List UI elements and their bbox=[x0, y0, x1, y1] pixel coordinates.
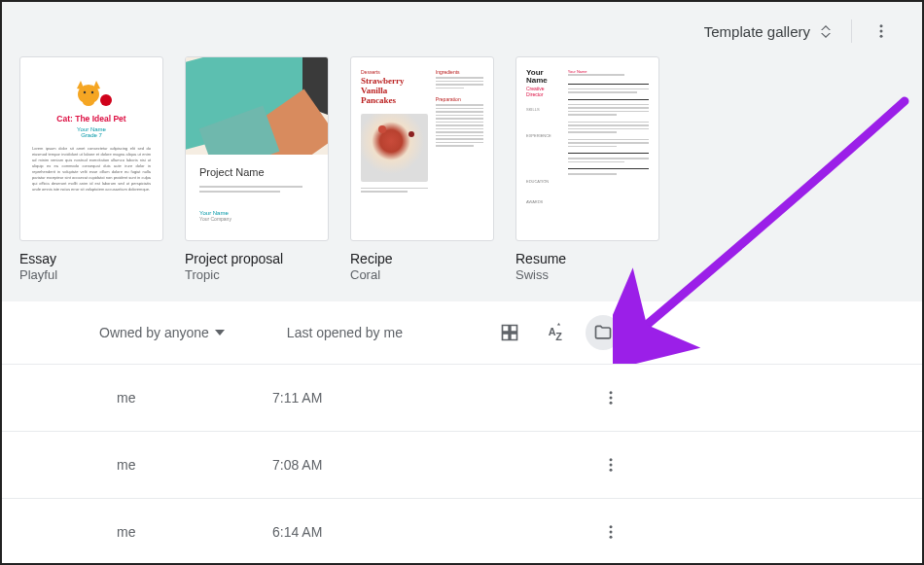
svg-point-14 bbox=[610, 464, 613, 467]
template-name: Project proposal bbox=[185, 251, 331, 266]
template-recipe[interactable]: Desserts Strawberry Vanilla Pancakes Ing… bbox=[350, 56, 496, 282]
thumb-title: Strawberry Vanilla Pancakes bbox=[361, 77, 428, 106]
svg-point-0 bbox=[880, 24, 883, 27]
svg-point-18 bbox=[610, 536, 613, 539]
template-thumbnail: Your Name Creative Director Skills Exper… bbox=[515, 56, 659, 241]
template-name: Resume bbox=[515, 251, 661, 266]
thumb-company: Your Company bbox=[199, 216, 314, 222]
thumb-heading: Ingredients bbox=[436, 69, 483, 75]
thumb-role: Creative Director bbox=[526, 86, 560, 97]
template-gallery-section: Template gallery bbox=[2, 2, 922, 301]
more-vert-icon bbox=[602, 523, 620, 541]
more-vert-icon bbox=[602, 456, 620, 474]
template-thumbnail: Desserts Strawberry Vanilla Pancakes Ing… bbox=[350, 56, 494, 241]
thumb-category: Desserts bbox=[361, 69, 428, 75]
doc-owner: me bbox=[117, 390, 272, 406]
folder-icon bbox=[593, 323, 613, 342]
svg-point-4 bbox=[83, 98, 94, 106]
unfold-icon bbox=[820, 25, 832, 38]
gallery-more-button[interactable] bbox=[864, 14, 899, 49]
template-gallery-button[interactable]: Template gallery bbox=[696, 18, 839, 46]
doc-owner: me bbox=[117, 524, 272, 540]
thumb-title: Project Name bbox=[199, 166, 314, 178]
template-subtitle: Swiss bbox=[515, 267, 661, 282]
doc-more-button[interactable] bbox=[593, 514, 628, 549]
template-subtitle: Playful bbox=[19, 267, 165, 282]
svg-point-17 bbox=[610, 531, 613, 534]
thumb-section: Awards bbox=[526, 199, 560, 204]
open-file-picker-button[interactable] bbox=[586, 315, 621, 350]
view-controls: AZ bbox=[492, 315, 903, 350]
doc-time: 6:14 AM bbox=[272, 524, 535, 540]
svg-point-5 bbox=[100, 94, 112, 106]
grid-icon bbox=[500, 323, 519, 342]
template-gallery-label: Template gallery bbox=[704, 23, 810, 40]
template-thumbnail: Project Name Your Name Your Company bbox=[185, 56, 329, 241]
thumb-heading: Preparation bbox=[436, 96, 483, 102]
sort-az-button[interactable]: AZ bbox=[539, 315, 574, 350]
grid-view-button[interactable] bbox=[492, 315, 527, 350]
svg-text:Z: Z bbox=[555, 331, 562, 342]
templates-list: Cat: The Ideal Pet Your Name Grade 7 Lor… bbox=[2, 56, 922, 282]
owner-filter-label: Owned by anyone bbox=[99, 325, 209, 340]
svg-point-12 bbox=[610, 402, 613, 405]
more-vert-icon bbox=[872, 22, 890, 40]
template-name: Recipe bbox=[350, 251, 496, 266]
sort-az-icon: AZ bbox=[547, 323, 566, 342]
document-row[interactable]: me 7:08 AM bbox=[2, 431, 922, 498]
template-resume[interactable]: Your Name Creative Director Skills Exper… bbox=[515, 56, 661, 282]
svg-point-13 bbox=[610, 458, 613, 461]
thumb-section: Experience bbox=[526, 133, 560, 138]
thumb-section: Education bbox=[526, 179, 560, 184]
svg-point-6 bbox=[84, 91, 86, 93]
more-vert-icon bbox=[602, 389, 620, 406]
owner-filter-button[interactable]: Owned by anyone bbox=[99, 325, 225, 340]
svg-point-11 bbox=[610, 397, 613, 400]
svg-point-2 bbox=[880, 35, 883, 38]
divider bbox=[851, 19, 852, 43]
svg-point-16 bbox=[610, 525, 613, 528]
template-project-proposal[interactable]: Project Name Your Name Your Company Proj… bbox=[185, 56, 331, 282]
thumb-section: Skills bbox=[526, 107, 560, 112]
template-subtitle: Coral bbox=[350, 267, 496, 282]
template-name: Essay bbox=[19, 251, 165, 266]
caret-down-icon bbox=[215, 330, 225, 335]
template-thumbnail: Cat: The Ideal Pet Your Name Grade 7 Lor… bbox=[19, 56, 163, 241]
svg-point-7 bbox=[91, 91, 93, 93]
doc-owner: me bbox=[117, 457, 272, 473]
documents-section: Owned by anyone Last opened by me AZ me … bbox=[2, 301, 922, 565]
svg-point-1 bbox=[880, 30, 883, 33]
svg-point-10 bbox=[610, 391, 613, 394]
template-essay[interactable]: Cat: The Ideal Pet Your Name Grade 7 Lor… bbox=[19, 56, 165, 282]
template-subtitle: Tropic bbox=[185, 267, 331, 282]
document-row[interactable]: me 6:14 AM bbox=[2, 498, 922, 565]
gallery-header: Template gallery bbox=[2, 10, 922, 56]
doc-time: 7:11 AM bbox=[272, 390, 535, 406]
svg-point-15 bbox=[610, 469, 613, 472]
thumb-name: Your Name bbox=[526, 69, 560, 85]
thumb-title: Cat: The Ideal Pet bbox=[32, 114, 151, 124]
sort-label[interactable]: Last opened by me bbox=[287, 325, 403, 340]
doc-more-button[interactable] bbox=[593, 447, 628, 482]
doc-more-button[interactable] bbox=[593, 380, 628, 415]
thumb-sub2: Grade 7 bbox=[32, 132, 151, 138]
doc-time: 7:08 AM bbox=[272, 457, 535, 473]
document-row[interactable]: me 7:11 AM bbox=[2, 364, 922, 431]
documents-header: Owned by anyone Last opened by me AZ bbox=[2, 301, 922, 364]
